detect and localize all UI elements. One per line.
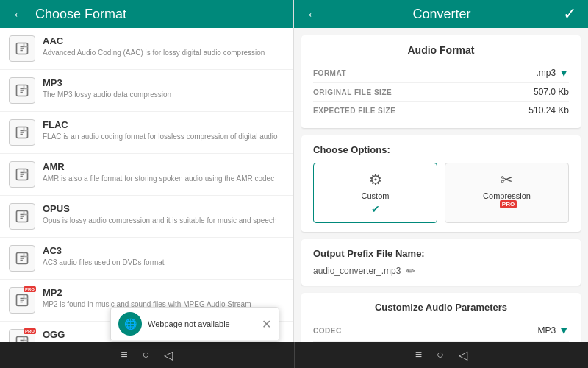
format-icon: [9, 245, 35, 272]
nav-right-icon-0[interactable]: ≡: [415, 348, 422, 361]
custom-label: Custom: [362, 191, 390, 200]
compression-icon: ✂: [501, 171, 513, 188]
popup-content: 🌐 Webpage not available: [118, 312, 230, 336]
nav-left-icon-2[interactable]: ◁: [164, 348, 173, 362]
bottom-nav: ≡○◁ ≡○◁: [0, 342, 588, 368]
format-icon: [9, 161, 35, 188]
nav-section-left: ≡○◁: [0, 342, 294, 368]
nav-left-icon-1[interactable]: ○: [143, 348, 150, 361]
format-icon: PRO: [9, 329, 35, 342]
info-value: 510.24 Kb: [528, 105, 569, 116]
format-desc: Opus is lossy audio compression and it i…: [43, 216, 277, 225]
pro-badge: PRO: [24, 286, 36, 292]
right-back-icon[interactable]: ←: [306, 6, 320, 23]
format-desc: Advanced Audio Coding (AAC) is for lossy…: [43, 48, 265, 57]
left-panel: ← Choose Format AAC Advanced Audio Codin…: [0, 0, 294, 342]
right-title: Converter: [412, 7, 470, 22]
info-row: ORIGINAL FILE SIZE 507.0 Kb: [313, 83, 569, 102]
pro-badge: PRO: [500, 200, 517, 208]
output-card: Output Prefix File Name: audio_converter…: [301, 239, 581, 286]
right-panel: ← Converter ✓ Audio Format FORMAT .mp3 ▼…: [294, 0, 588, 342]
info-label: FORMAT: [313, 69, 346, 77]
choose-options-card: Choose Options: ⚙ Custom ✔ ✂ Compression…: [301, 135, 581, 232]
list-item[interactable]: MP3 The MP3 lossy audio data compression: [0, 70, 293, 112]
compression-label: Compression: [483, 191, 531, 200]
choose-options-label: Choose Options:: [313, 144, 569, 155]
popup-ad-icon: 🌐: [118, 312, 142, 336]
format-desc: AC3 audio files used on DVDs format: [43, 258, 165, 267]
left-back-icon[interactable]: ←: [12, 6, 26, 23]
popup-header: 🌐 Webpage not available ✕: [111, 308, 279, 341]
output-filename-row: audio_converter_.mp3 ✏: [313, 265, 569, 277]
format-text: AC3 AC3 audio files used on DVDs format: [43, 245, 165, 267]
checked-mark: ✔: [371, 203, 380, 215]
filename-text: audio_converter_.mp3: [313, 266, 401, 276]
info-value: .mp3 ▼: [536, 67, 569, 79]
format-icon: [9, 203, 35, 230]
list-item[interactable]: AC3 AC3 audio files used on DVDs format: [0, 238, 293, 280]
format-name: MP3: [43, 77, 171, 88]
format-text: FLAC FLAC is an audio coding format for …: [43, 119, 278, 141]
nav-right-icon-2[interactable]: ◁: [459, 348, 467, 362]
dropdown-arrow[interactable]: ▼: [559, 67, 569, 79]
info-label: EXPECTED FILE SIZE: [313, 107, 395, 115]
format-name: FLAC: [43, 119, 278, 130]
format-text: MP3 The MP3 lossy audio data compression: [43, 77, 171, 99]
audio-format-card: Audio Format FORMAT .mp3 ▼ ORIGINAL FILE…: [301, 35, 581, 128]
params-title: Customize Audio Parameters: [313, 302, 569, 313]
format-icon: [9, 77, 35, 104]
format-icon: [9, 119, 35, 146]
format-icon: [9, 35, 35, 62]
option-btn-compression[interactable]: ✂ Compression PRO: [445, 163, 569, 223]
list-item[interactable]: AMR AMR is also a file format for storin…: [0, 154, 293, 196]
list-item[interactable]: OPUS Opus is lossy audio compression and…: [0, 196, 293, 238]
dropdown-arrow[interactable]: ▼: [559, 325, 569, 336]
param-label: CODEC: [313, 327, 342, 335]
info-value: 507.0 Kb: [534, 87, 569, 97]
pro-badge: PRO: [24, 328, 36, 334]
format-text: OPUS Opus is lossy audio compression and…: [43, 203, 277, 225]
edit-icon[interactable]: ✏: [406, 265, 415, 277]
format-desc: The MP3 lossy audio data compression: [43, 90, 171, 99]
option-btn-custom[interactable]: ⚙ Custom ✔: [313, 163, 437, 223]
format-desc: AMR is also a file format for storing sp…: [43, 174, 274, 183]
param-row[interactable]: CODEC MP3 ▼: [313, 320, 569, 342]
info-label: ORIGINAL FILE SIZE: [313, 88, 392, 96]
info-row[interactable]: FORMAT .mp3 ▼: [313, 63, 569, 83]
format-text: AAC Advanced Audio Coding (AAC) is for l…: [43, 35, 265, 57]
confirm-icon[interactable]: ✓: [563, 4, 576, 24]
params-card: Customize Audio Parameters CODEC MP3 ▼ F…: [301, 293, 581, 342]
list-item[interactable]: FLAC FLAC is an audio coding format for …: [0, 112, 293, 154]
format-name: AC3: [43, 245, 165, 256]
param-value: MP3 ▼: [537, 325, 569, 336]
popup-close-icon[interactable]: ✕: [262, 317, 271, 331]
format-name: OPUS: [43, 203, 277, 214]
options-row: ⚙ Custom ✔ ✂ Compression PRO: [313, 163, 569, 223]
format-text: AMR AMR is also a file format for storin…: [43, 161, 274, 183]
format-list: AAC Advanced Audio Coding (AAC) is for l…: [0, 28, 293, 342]
popup-message: Webpage not available: [148, 319, 230, 328]
info-row: EXPECTED FILE SIZE 510.24 Kb: [313, 102, 569, 119]
popup-overlay: 🌐 Webpage not available ✕: [110, 307, 279, 342]
list-item[interactable]: AAC Advanced Audio Coding (AAC) is for l…: [0, 28, 293, 70]
format-icon: PRO: [9, 287, 35, 314]
nav-right-icon-1[interactable]: ○: [437, 348, 444, 361]
left-title: Choose Format: [35, 7, 126, 22]
left-header: ← Choose Format: [0, 0, 293, 28]
format-name: AAC: [43, 35, 265, 46]
right-header: ← Converter ✓: [294, 0, 588, 28]
nav-section-right: ≡○◁: [295, 342, 589, 368]
custom-icon: ⚙: [369, 171, 382, 188]
format-desc: FLAC is an audio coding format for lossl…: [43, 132, 278, 141]
right-content: Audio Format FORMAT .mp3 ▼ ORIGINAL FILE…: [294, 28, 588, 342]
nav-left-icon-0[interactable]: ≡: [121, 348, 127, 361]
audio-format-title: Audio Format: [313, 44, 569, 56]
format-name: MP2: [43, 287, 251, 298]
format-name: AMR: [43, 161, 274, 172]
output-label: Output Prefix File Name:: [313, 248, 569, 259]
format-text: MP2 MP2 is found in music and sound file…: [43, 287, 251, 309]
